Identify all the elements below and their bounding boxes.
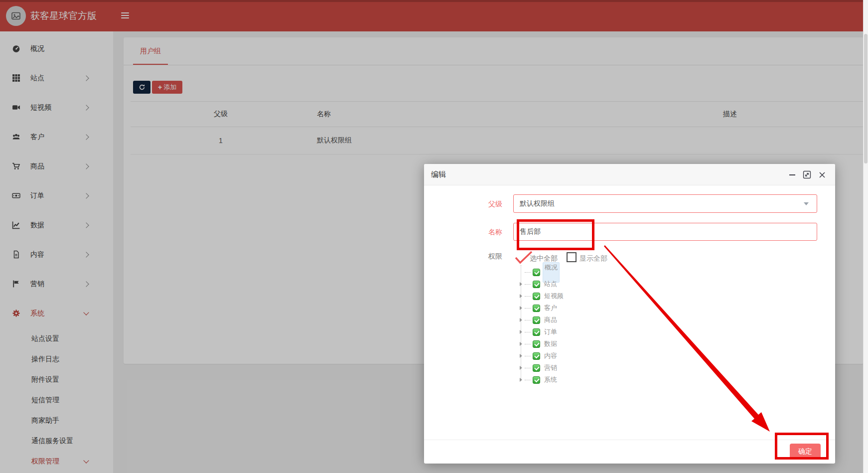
dialog-title: 编辑 <box>431 164 446 185</box>
tree-node-short-video[interactable]: 短视频 <box>520 290 639 302</box>
tree-node-system[interactable]: 系统 <box>520 374 639 386</box>
expander-icon[interactable] <box>520 354 525 358</box>
confirm-button[interactable]: 确定 <box>790 444 821 459</box>
parent-field-label: 父级 <box>424 200 502 209</box>
show-all-checkbox[interactable] <box>567 252 577 262</box>
expander-icon[interactable] <box>520 306 525 310</box>
checkbox-checked-icon[interactable] <box>533 305 540 312</box>
checkbox-checked-icon[interactable] <box>533 340 540 348</box>
scrollbar-thumb[interactable] <box>864 34 868 163</box>
expander-icon[interactable] <box>520 342 525 346</box>
checkbox-checked-icon[interactable] <box>533 269 540 276</box>
expander-icon[interactable] <box>520 330 525 334</box>
tree-node-orders[interactable]: 订单 <box>520 326 639 338</box>
show-all-label[interactable]: 显示全部 <box>579 254 607 263</box>
tree-node-data[interactable]: 数据 <box>520 338 639 350</box>
name-input[interactable] <box>513 223 817 241</box>
parent-select-value: 默认权限组 <box>520 195 555 212</box>
caret-down-icon <box>804 202 809 205</box>
expander-icon[interactable] <box>520 282 525 286</box>
expander-icon <box>520 270 525 274</box>
checkbox-checked-icon[interactable] <box>533 293 540 300</box>
expander-icon[interactable] <box>520 378 525 382</box>
parent-select[interactable]: 默认权限组 <box>513 194 817 213</box>
expander-icon[interactable] <box>520 318 525 322</box>
permission-field-label: 权限 <box>424 252 502 261</box>
tree-node-products[interactable]: 商品 <box>520 314 639 326</box>
expander-icon[interactable] <box>520 366 525 370</box>
tree-node-sites[interactable]: 站点 <box>520 278 639 290</box>
checkbox-checked-icon[interactable] <box>533 352 540 360</box>
tree-node-marketing[interactable]: 营销 <box>520 362 639 374</box>
app-window: 获客星球官方版 概况 站点 短视频 <box>0 0 868 473</box>
checkbox-checked-icon[interactable] <box>533 281 540 288</box>
checkbox-checked-icon[interactable] <box>533 316 540 324</box>
tree-node-content[interactable]: 内容 <box>520 350 639 362</box>
minimize-icon[interactable] <box>788 170 796 179</box>
checkbox-checked-icon[interactable] <box>533 328 540 336</box>
scrollbar-track[interactable] <box>863 0 868 473</box>
maximize-icon[interactable] <box>803 170 811 179</box>
expander-icon[interactable] <box>520 294 525 298</box>
name-field-label: 名称 <box>424 228 502 237</box>
checkbox-checked-icon[interactable] <box>533 376 540 384</box>
dialog-header[interactable]: 编辑 <box>424 164 835 185</box>
footer-divider <box>424 440 835 440</box>
edit-dialog: 编辑 父级 默认权限组 名称 权限 选中全部 显示全部 <box>424 164 835 464</box>
tree-node-customers[interactable]: 客户 <box>520 302 639 314</box>
checkbox-checked-icon[interactable] <box>533 364 540 372</box>
close-icon[interactable] <box>818 170 826 179</box>
permission-tree: 概况 站点 短视频 客户 商品 <box>520 266 639 386</box>
tree-node-overview[interactable]: 概况 <box>520 266 639 278</box>
